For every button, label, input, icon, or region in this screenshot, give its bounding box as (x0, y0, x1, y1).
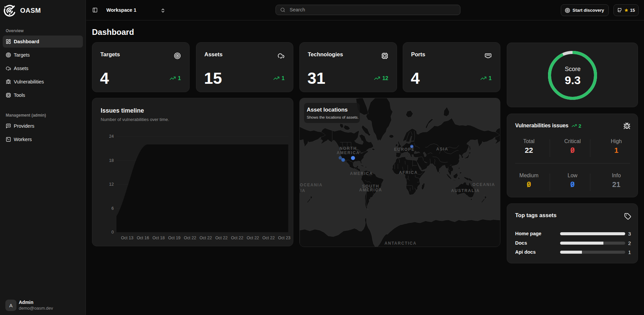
svg-text:Oct 22: Oct 22 (231, 236, 243, 240)
svg-text:Oct 13: Oct 13 (121, 236, 134, 240)
svg-text:18: 18 (109, 158, 114, 163)
svg-text:0: 0 (111, 230, 114, 235)
svg-text:AMERICA: AMERICA (350, 171, 373, 176)
svg-text:Oct 22: Oct 22 (184, 236, 196, 240)
svg-text:Oct 22: Oct 22 (247, 236, 259, 240)
svg-text:OCEANIA: OCEANIA (300, 183, 323, 187)
svg-text:ASIA: ASIA (436, 147, 448, 151)
svg-text:AMERICA: AMERICA (337, 150, 360, 155)
svg-text:Oct 18: Oct 18 (152, 236, 165, 240)
svg-text:Oct 22: Oct 22 (200, 236, 212, 240)
svg-text:OCEANIA: OCEANIA (473, 182, 495, 187)
svg-text:24: 24 (109, 134, 114, 139)
svg-text:ANTARCTICA: ANTARCTICA (385, 241, 417, 246)
svg-text:Oct 16: Oct 16 (137, 236, 149, 240)
svg-text:AFRICA: AFRICA (399, 170, 418, 175)
svg-text:12: 12 (109, 182, 114, 187)
svg-text:6: 6 (111, 206, 114, 211)
svg-text:AUSTRALIA: AUSTRALIA (451, 188, 480, 193)
svg-text:AMERICA: AMERICA (359, 188, 382, 192)
svg-text:Oct 22: Oct 22 (215, 236, 228, 240)
svg-text:Oct 23: Oct 23 (278, 236, 291, 240)
svg-text:Oct 22: Oct 22 (262, 236, 275, 240)
svg-text:Oct 19: Oct 19 (168, 236, 181, 240)
svg-text:AUSTRALIA: AUSTRALIA (300, 188, 306, 193)
svg-text:NORTH: NORTH (340, 146, 357, 151)
